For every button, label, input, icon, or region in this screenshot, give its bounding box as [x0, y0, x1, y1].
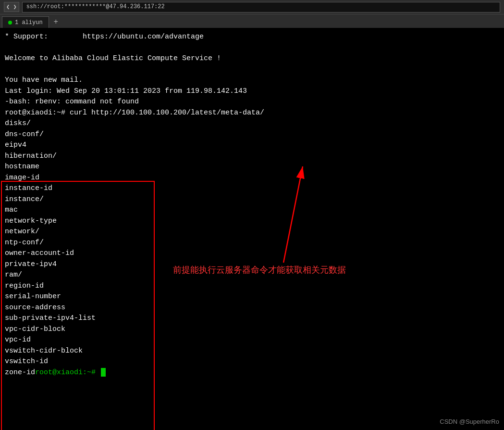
- tab-label: 1 aliyun: [15, 19, 43, 26]
- watermark: CSDN @SuperherRo: [440, 417, 499, 427]
- tab-bar: 1 aliyun +: [0, 14, 504, 28]
- terminal[interactable]: * Support: https://ubuntu.com/advantage …: [0, 28, 504, 430]
- terminal-cursor: [101, 368, 106, 377]
- tab-dot: [8, 21, 12, 25]
- tab-add-button[interactable]: +: [50, 16, 62, 28]
- terminal-output: * Support: https://ubuntu.com/advantage …: [5, 32, 499, 378]
- address-bar[interactable]: ssh://root:************@47.94.236.117:22: [22, 2, 500, 13]
- nav-arrows[interactable]: ❮ ❯: [4, 2, 19, 12]
- tab-aliyun[interactable]: 1 aliyun: [2, 16, 49, 28]
- title-bar: ❮ ❯ ssh://root:************@47.94.236.11…: [0, 0, 504, 14]
